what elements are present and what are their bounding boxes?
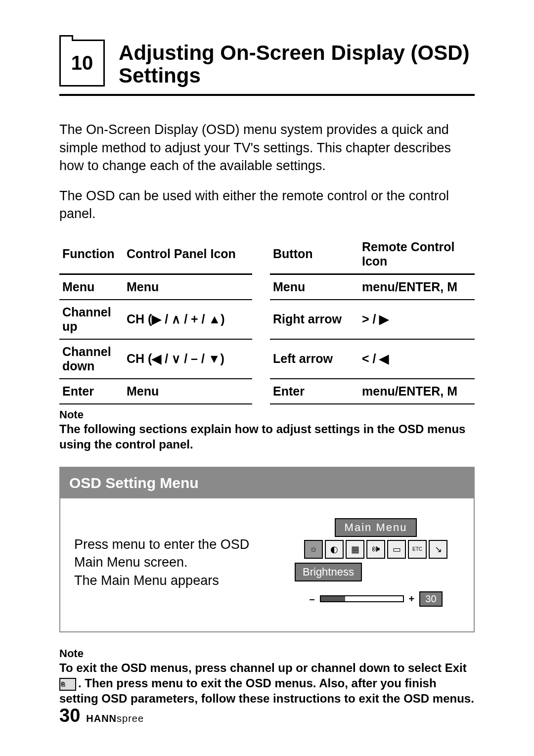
osd-instruction: Press menu to enter the OSD Main Menu sc… <box>74 535 292 589</box>
cell-cp: CH (▶ / ∧ / + / ▲) <box>124 300 252 339</box>
brand-logo: HANNspree <box>86 713 144 724</box>
brand-bold: HANN <box>86 713 117 724</box>
th-function: Function <box>59 235 124 274</box>
brightness-value: 30 <box>419 591 442 607</box>
plus-icon: + <box>409 593 415 605</box>
display-icon: ▭ <box>387 540 406 559</box>
note2-text-before: To exit the OSD menus, press channel up … <box>59 661 467 674</box>
cell-button: Right arrow <box>270 300 359 339</box>
cell-cp: Menu <box>124 379 252 404</box>
osd-main-menu-figure: Main Menu ☼ ◐ ▦ 🕪 ▭ ETC ↘ Brightness – +… <box>292 518 460 607</box>
main-menu-icon-row: ☼ ◐ ▦ 🕪 ▭ ETC ↘ <box>304 540 447 559</box>
brightness-icon: ☼ <box>304 540 323 559</box>
note-label: Note <box>59 408 475 421</box>
cell-rc: < / ◀ <box>359 339 475 379</box>
picture-icon: ▦ <box>346 540 364 559</box>
table-header-row: Function Control Panel Icon Button Remot… <box>59 235 475 274</box>
cell-function: Menu <box>59 274 124 300</box>
controls-table: Function Control Panel Icon Button Remot… <box>59 235 475 404</box>
cell-rc: > / ▶ <box>359 300 475 339</box>
note2-text-after: . Then press menu to exit the OSD menus.… <box>59 676 474 705</box>
chapter-number: 10 <box>71 52 93 74</box>
etc-icon: ETC <box>408 540 427 559</box>
exit-menu-icon: ↘ <box>429 540 447 559</box>
cell-button: Left arrow <box>270 339 359 379</box>
intro-paragraph-2: The OSD can be used with either the remo… <box>59 187 475 223</box>
cell-cp: CH (◀ / ∨ / – / ▼) <box>124 339 252 379</box>
cell-function: Channel down <box>59 339 124 379</box>
osd-setting-menu-box: OSD Setting Menu Press menu to enter the… <box>59 467 475 632</box>
cell-function: Channel up <box>59 300 124 339</box>
th-remote-control-icon: Remote Control Icon <box>359 235 475 274</box>
cell-button: Enter <box>270 379 359 404</box>
cell-button: Menu <box>270 274 359 300</box>
chapter-title: Adjusting On-Screen Display (OSD) Settin… <box>119 40 475 87</box>
cell-rc: menu/ENTER, M <box>359 379 475 404</box>
current-setting-label: Brightness <box>295 563 362 581</box>
cell-cp: Menu <box>124 274 252 300</box>
table-row: Channel up CH (▶ / ∧ / + / ▲) Right arro… <box>59 300 475 339</box>
brightness-slider <box>320 595 404 602</box>
contrast-icon: ◐ <box>325 540 344 559</box>
osd-section-title: OSD Setting Menu <box>60 468 474 498</box>
slider-row: – + 30 <box>309 591 442 607</box>
cell-rc: menu/ENTER, M <box>359 274 475 300</box>
note-2: Note To exit the OSD menus, press channe… <box>59 647 475 707</box>
table-row: Enter Menu Enter menu/ENTER, M <box>59 379 475 404</box>
th-button: Button <box>270 235 359 274</box>
chapter-number-box: 10 <box>59 40 105 87</box>
table-row: Channel down CH (◀ / ∨ / – / ▼) Left arr… <box>59 339 475 379</box>
page-footer: 30 HANNspree <box>59 705 144 726</box>
page-number: 30 <box>59 705 80 726</box>
table-row: Menu Menu Menu menu/ENTER, M <box>59 274 475 300</box>
note-text: To exit the OSD menus, press channel up … <box>59 660 475 707</box>
note-1: Note The following sections explain how … <box>59 408 475 452</box>
audio-icon: 🕪 <box>366 540 385 559</box>
minus-icon: – <box>309 593 314 605</box>
brand-rest: spree <box>117 713 144 724</box>
cell-function: Enter <box>59 379 124 404</box>
note-label: Note <box>59 647 475 660</box>
chapter-header: 10 Adjusting On-Screen Display (OSD) Set… <box>59 40 475 96</box>
note-text: The following sections explain how to ad… <box>59 421 475 452</box>
th-gap <box>252 235 270 274</box>
exit-icon: ⎘ <box>59 678 76 691</box>
main-menu-title: Main Menu <box>335 518 417 537</box>
th-control-panel-icon: Control Panel Icon <box>124 235 252 274</box>
intro-paragraph-1: The On-Screen Display (OSD) menu system … <box>59 121 475 175</box>
chapter-tab-decoration <box>59 35 73 41</box>
